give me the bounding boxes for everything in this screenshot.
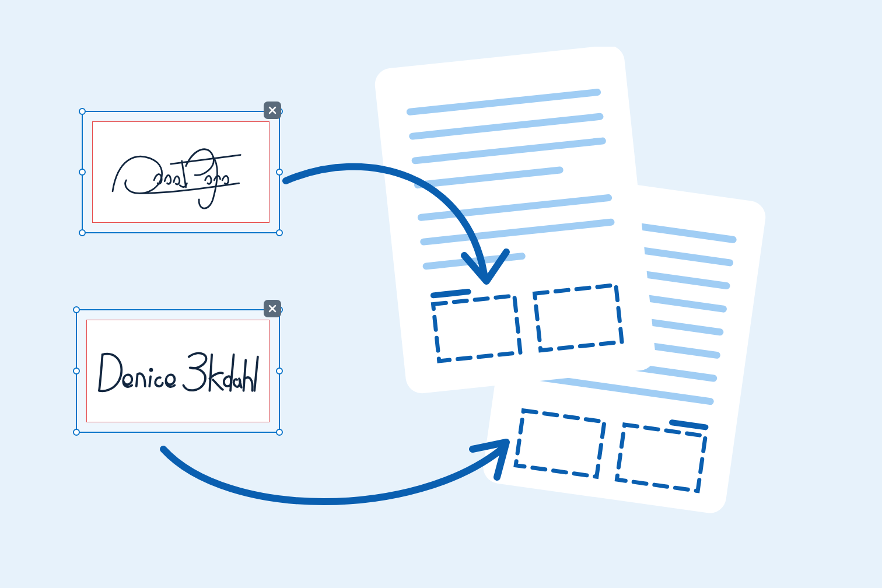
resize-handle-mid-left[interactable] bbox=[79, 169, 86, 176]
signature-widget-1[interactable]: Dunk Joruyk bbox=[82, 111, 280, 233]
resize-handle-bottom-left[interactable] bbox=[73, 429, 80, 436]
resize-handle-bottom-left[interactable] bbox=[79, 229, 86, 236]
remove-signature-button[interactable] bbox=[264, 102, 281, 119]
resize-handle-mid-right[interactable] bbox=[276, 368, 283, 374]
signature-widget-1-frame: Dunk Joruyk bbox=[82, 111, 280, 233]
diagram-stage: Dunk Joruyk bbox=[0, 0, 882, 588]
svg-line-18 bbox=[421, 198, 608, 218]
resize-handle-top-left[interactable] bbox=[79, 108, 86, 115]
resize-handle-mid-left[interactable] bbox=[73, 368, 80, 374]
remove-signature-button[interactable] bbox=[264, 300, 281, 317]
svg-rect-13 bbox=[373, 47, 657, 395]
signature-widget-2[interactable]: Denice Ekdahl bbox=[76, 309, 280, 433]
signature-widget-1-canvas: Dunk Joruyk bbox=[92, 121, 270, 223]
resize-handle-bottom-right[interactable] bbox=[276, 429, 283, 436]
svg-line-15 bbox=[412, 117, 600, 136]
svg-line-23 bbox=[433, 292, 468, 295]
svg-rect-1 bbox=[481, 169, 768, 515]
svg-line-3 bbox=[545, 237, 730, 263]
svg-rect-11 bbox=[617, 425, 705, 491]
svg-line-14 bbox=[410, 92, 597, 112]
signature-2-ink: Denice Ekdahl bbox=[90, 333, 265, 409]
svg-line-4 bbox=[542, 260, 727, 286]
svg-line-16 bbox=[415, 141, 603, 161]
resize-handle-top-left[interactable] bbox=[73, 306, 80, 313]
signature-1-ink: Dunk Joruyk bbox=[105, 128, 257, 216]
svg-line-6 bbox=[536, 306, 720, 332]
resize-handle-bottom-right[interactable] bbox=[276, 229, 283, 236]
svg-line-2 bbox=[548, 214, 733, 240]
signature-widget-2-frame: Denice Ekdahl bbox=[76, 309, 280, 433]
svg-line-7 bbox=[532, 329, 717, 355]
documents-illustration bbox=[350, 47, 793, 560]
svg-rect-22 bbox=[535, 285, 622, 351]
signature-widget-2-canvas: Denice Ekdahl bbox=[86, 320, 270, 422]
close-icon bbox=[268, 106, 277, 115]
svg-line-19 bbox=[424, 222, 611, 242]
svg-rect-21 bbox=[433, 296, 520, 361]
close-icon bbox=[268, 304, 277, 313]
svg-line-5 bbox=[538, 283, 723, 309]
svg-point-0 bbox=[150, 369, 152, 371]
svg-line-9 bbox=[526, 376, 710, 402]
resize-handle-mid-right[interactable] bbox=[276, 169, 283, 176]
svg-line-17 bbox=[418, 170, 560, 186]
svg-line-8 bbox=[528, 352, 713, 379]
svg-line-12 bbox=[672, 422, 705, 427]
arrow-signature-1-to-document bbox=[274, 140, 542, 327]
svg-line-20 bbox=[426, 256, 522, 266]
svg-rect-10 bbox=[516, 411, 604, 477]
